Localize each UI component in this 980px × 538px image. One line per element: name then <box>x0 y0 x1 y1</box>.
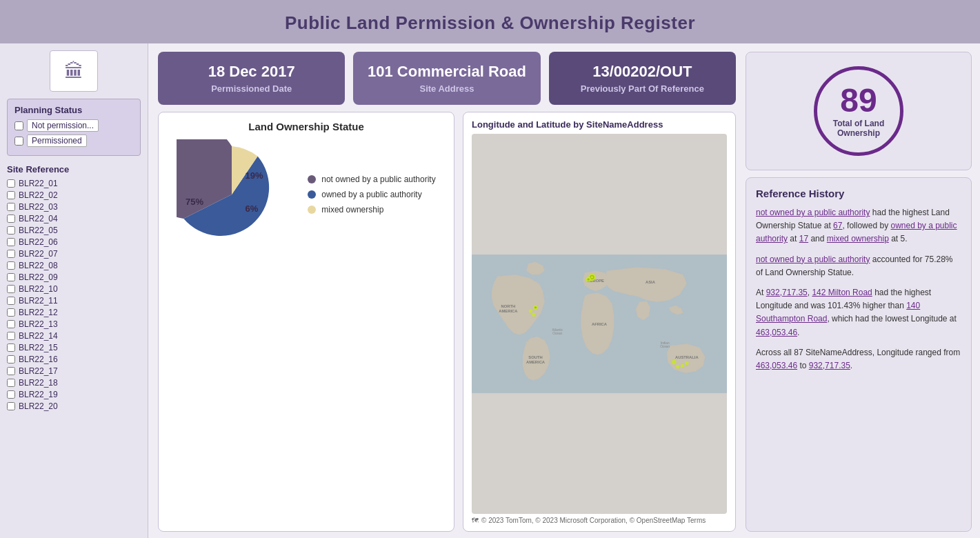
pie-label-6: 6% <box>245 203 258 214</box>
site-ref-checkbox[interactable] <box>7 285 15 293</box>
map-point-6 <box>672 360 676 364</box>
sidebar: 🏛 Planning Status Not permission... Perm… <box>0 43 148 538</box>
site-ref-checkbox[interactable] <box>7 367 15 375</box>
list-item[interactable]: BLR22_18 <box>7 378 141 388</box>
logo-container: 🏛 <box>7 50 141 92</box>
permissioned-label[interactable]: Permissioned <box>27 134 87 147</box>
site-ref-value: BLR22_06 <box>19 237 58 247</box>
map-point-3-inner <box>534 306 537 308</box>
pie-legend: not owned by a public authority owned by… <box>308 175 435 215</box>
map-point-7 <box>676 365 679 368</box>
indian-label: Indian <box>661 341 670 345</box>
site-ref-checkbox[interactable] <box>7 379 15 387</box>
link-932b[interactable]: 932,717.35 <box>809 361 850 370</box>
bing-logo: 🗺 <box>472 517 479 524</box>
permissioned-filter[interactable]: Permissioned <box>14 134 133 147</box>
reference-history: Reference History not owned by a public … <box>746 177 972 532</box>
legend-dot-mixed <box>308 206 316 214</box>
site-ref-checkbox[interactable] <box>7 297 15 305</box>
site-ref-value: BLR22_09 <box>19 272 58 282</box>
part-of-reference-value: 13/00202/OUT <box>563 63 722 81</box>
not-permissioned-checkbox[interactable] <box>14 121 23 130</box>
list-item[interactable]: BLR22_04 <box>7 214 141 223</box>
pie-labels-overlay: 75% 19% 6% <box>177 139 287 250</box>
link-not-owned-2[interactable]: not owned by a public authority <box>756 255 870 264</box>
pie-chart-title: Land Ownership Statue <box>170 121 443 132</box>
site-ref-checkbox[interactable] <box>7 273 15 281</box>
permissioned-date-card: 18 Dec 2017 Permissioned Date <box>158 52 345 105</box>
not-permissioned-filter[interactable]: Not permission... <box>14 119 133 132</box>
permissioned-date-value: 18 Dec 2017 <box>172 63 331 81</box>
list-item[interactable]: BLR22_05 <box>7 226 141 235</box>
legend-item-not-owned: not owned by a public authority <box>308 175 435 184</box>
list-item[interactable]: BLR22_06 <box>7 237 141 247</box>
not-permissioned-label[interactable]: Not permission... <box>27 119 99 132</box>
pie-label-75: 75% <box>186 197 203 207</box>
list-item[interactable]: BLR22_12 <box>7 308 141 317</box>
legend-dot-owned <box>308 190 316 199</box>
pie-chart: 75% 19% 6% <box>177 139 287 250</box>
permissioned-checkbox[interactable] <box>14 137 23 146</box>
part-of-reference-label: Previously Part Of Reference <box>563 83 722 94</box>
australia-label: AUSTRALIA <box>675 355 699 359</box>
list-item[interactable]: BLR22_02 <box>7 190 141 200</box>
link-milton[interactable]: 142 Milton Road <box>812 288 872 297</box>
list-item[interactable]: BLR22_07 <box>7 249 141 259</box>
link-67[interactable]: 67 <box>833 221 842 230</box>
legend-label-not-owned: not owned by a public authority <box>321 175 435 184</box>
site-ref-value: BLR22_04 <box>19 214 58 223</box>
site-ref-checkbox[interactable] <box>7 308 15 317</box>
site-ref-checkbox[interactable] <box>7 226 15 235</box>
list-item[interactable]: BLR22_13 <box>7 319 141 329</box>
logo-box: 🏛 <box>50 50 98 92</box>
site-ref-checkbox[interactable] <box>7 250 15 258</box>
link-not-owned-1[interactable]: not owned by a public authority <box>756 208 870 217</box>
legend-label-mixed: mixed ownership <box>321 205 383 215</box>
site-ref-checkbox[interactable] <box>7 215 15 223</box>
list-item[interactable]: BLR22_15 <box>7 343 141 352</box>
list-item[interactable]: BLR22_01 <box>7 179 141 188</box>
link-932[interactable]: 932,717.35 <box>766 288 808 297</box>
site-reference-label: Site Reference <box>7 164 141 175</box>
list-item[interactable]: BLR22_20 <box>7 401 141 411</box>
list-item[interactable]: BLR22_16 <box>7 355 141 364</box>
site-ref-checkbox[interactable] <box>7 203 15 211</box>
map-point-2-inner <box>588 278 590 280</box>
site-ref-value: BLR22_11 <box>19 296 58 306</box>
list-item[interactable]: BLR22_19 <box>7 390 141 399</box>
planning-status-label: Planning Status <box>14 105 133 115</box>
list-item[interactable]: BLR22_11 <box>7 296 141 306</box>
list-item[interactable]: BLR22_03 <box>7 202 141 212</box>
site-ref-checkbox[interactable] <box>7 355 15 363</box>
list-item[interactable]: BLR22_10 <box>7 284 141 294</box>
pie-container: 75% 19% 6% not owned by a public authori… <box>170 139 443 250</box>
site-ref-checkbox[interactable] <box>7 332 15 340</box>
site-ref-checkbox[interactable] <box>7 261 15 270</box>
legend-label-owned: owned by a public authority <box>321 190 421 199</box>
link-southampton[interactable]: 140 Southampton Road <box>756 301 920 323</box>
north-america-label2: AMERICA <box>499 309 518 313</box>
site-ref-value: BLR22_07 <box>19 249 58 259</box>
site-ref-checkbox[interactable] <box>7 238 15 246</box>
site-address-label: Site Address <box>367 83 526 94</box>
site-ref-checkbox[interactable] <box>7 179 15 188</box>
link-463b[interactable]: 463,053.46 <box>756 361 797 370</box>
site-ref-checkbox[interactable] <box>7 402 15 410</box>
site-ref-checkbox[interactable] <box>7 343 15 352</box>
map-point-1-center <box>591 276 593 278</box>
site-ref-checkbox[interactable] <box>7 191 15 199</box>
site-ref-checkbox[interactable] <box>7 320 15 328</box>
list-item[interactable]: BLR22_17 <box>7 366 141 376</box>
link-463[interactable]: 463,053.46 <box>756 328 797 337</box>
list-item[interactable]: BLR22_09 <box>7 272 141 282</box>
list-item[interactable]: BLR22_08 <box>7 261 141 270</box>
site-ref-checkbox[interactable] <box>7 390 15 399</box>
map-area[interactable]: NORTH AMERICA SOUTH AMERICA EUROPE AFRIC… <box>472 134 727 514</box>
site-ref-value: BLR22_05 <box>19 226 58 235</box>
list-item[interactable]: BLR22_14 <box>7 331 141 341</box>
ownership-number: 89 <box>840 84 877 117</box>
link-mixed-1[interactable]: mixed ownership <box>827 234 889 243</box>
page-header: Public Land Permission & Ownership Regis… <box>0 0 980 43</box>
map-title: Longitude and Latitude by SiteNameAddres… <box>472 119 727 130</box>
link-17[interactable]: 17 <box>799 234 808 243</box>
